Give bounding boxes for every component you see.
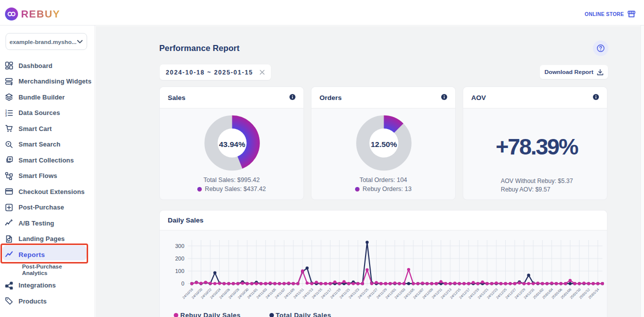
svg-text:12.50%: 12.50%	[371, 140, 397, 148]
svg-text:43.94%: 43.94%	[219, 140, 245, 148]
svg-text:300: 300	[175, 243, 184, 249]
svg-text:0: 0	[181, 280, 184, 286]
svg-text:200: 200	[175, 256, 184, 262]
svg-text:100: 100	[175, 268, 184, 274]
svg-text:3: 3	[5, 114, 7, 116]
